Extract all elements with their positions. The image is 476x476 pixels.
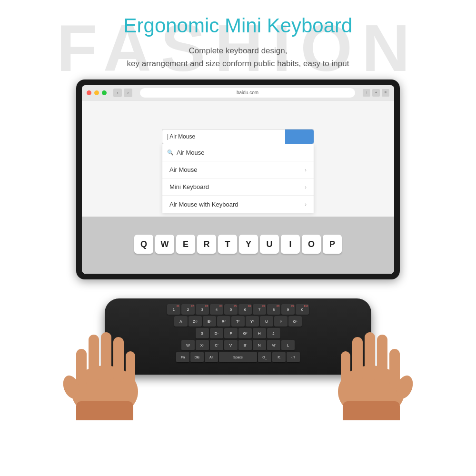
traffic-light-yellow[interactable] bbox=[94, 90, 99, 95]
phys-key-Space[interactable]: Space bbox=[219, 352, 257, 362]
main-title: Ergonomic Mini Keyboard bbox=[0, 14, 476, 37]
phys-key-Alt[interactable]: Alt bbox=[205, 352, 218, 362]
key-P[interactable]: P bbox=[323, 235, 342, 254]
phys-row-2: A Z@ E# R€ T€ Y¢ U Ià Oü bbox=[114, 316, 362, 327]
monitor-screen: ‹ › baidu.com ↑ + ≡ | bbox=[82, 85, 394, 274]
phys-key-L[interactable]: L bbox=[281, 340, 295, 350]
phys-key-6[interactable]: F66 bbox=[238, 304, 252, 315]
phys-key-8[interactable]: F88 bbox=[267, 304, 280, 315]
phys-key-4[interactable]: F44 bbox=[210, 304, 223, 315]
main-content: ‹ › baidu.com ↑ + ≡ | bbox=[0, 79, 476, 422]
key-O[interactable]: O bbox=[302, 235, 321, 254]
svg-rect-7 bbox=[76, 401, 133, 420]
svg-rect-5 bbox=[126, 351, 135, 387]
svg-rect-2 bbox=[89, 335, 99, 382]
phys-key-M[interactable]: M^ bbox=[267, 340, 280, 350]
browser-nav: ‹ › bbox=[113, 89, 132, 97]
phys-key-O-row2[interactable]: Oü bbox=[288, 316, 302, 327]
svg-rect-10 bbox=[377, 335, 387, 382]
dropdown-item-2[interactable]: Mini Keyboard › bbox=[162, 178, 314, 196]
share-icon[interactable]: ↑ bbox=[363, 89, 370, 97]
phys-key-B[interactable]: B' bbox=[238, 340, 252, 350]
phys-key-5[interactable]: F55 bbox=[224, 304, 238, 315]
search-blue-button[interactable] bbox=[285, 129, 314, 144]
monitor: ‹ › baidu.com ↑ + ≡ | bbox=[76, 79, 400, 279]
back-button[interactable]: ‹ bbox=[113, 89, 122, 97]
phys-key-A[interactable]: A bbox=[174, 316, 188, 327]
url-bar[interactable]: baidu.com bbox=[140, 88, 355, 98]
phys-key-3[interactable]: F33 bbox=[196, 304, 209, 315]
phys-row-5: Fn Dle Alt Space O_ P, -.? bbox=[114, 352, 362, 362]
key-W[interactable]: W bbox=[155, 235, 174, 254]
svg-rect-1 bbox=[76, 349, 87, 387]
phys-key-0[interactable]: F100 bbox=[296, 304, 309, 315]
dropdown-item-3[interactable]: Air Mouse with Keyboard › bbox=[162, 196, 314, 213]
phys-key-G[interactable]: G€ bbox=[238, 328, 252, 338]
phys-key-E[interactable]: E# bbox=[203, 316, 216, 327]
phys-key-X[interactable]: X> bbox=[196, 340, 209, 350]
onscreen-keyboard-row: Q W E R T Y U I O P bbox=[134, 235, 342, 254]
search-dropdown: 🔍 Air Mouse Air Mouse › Mini Keyboard › bbox=[162, 144, 314, 213]
subtitle-line2: key arrangement and size conform public … bbox=[127, 59, 349, 68]
phys-key-O_[interactable]: O_ bbox=[258, 352, 271, 362]
phys-key-J[interactable]: J, bbox=[267, 328, 280, 338]
key-Q[interactable]: Q bbox=[134, 235, 153, 254]
phys-key-W-row4[interactable]: W bbox=[181, 340, 195, 350]
phys-key-F[interactable]: F bbox=[224, 328, 238, 338]
dropdown-item-1[interactable]: Air Mouse › bbox=[162, 161, 314, 178]
phys-key-Y[interactable]: Y¢ bbox=[246, 316, 259, 327]
key-R[interactable]: R bbox=[197, 235, 216, 254]
bookmark-icon[interactable]: + bbox=[372, 89, 380, 97]
svg-rect-9 bbox=[389, 349, 400, 387]
svg-rect-15 bbox=[343, 401, 400, 420]
more-icon[interactable]: ≡ bbox=[382, 89, 389, 97]
subtitle-line1: Complete keyboard design, bbox=[189, 46, 288, 55]
phys-key-I[interactable]: Ià bbox=[274, 316, 288, 327]
onscreen-keyboard: Q W E R T Y U I O P bbox=[82, 217, 394, 274]
key-E[interactable]: E bbox=[176, 235, 195, 254]
browser-bar: ‹ › baidu.com ↑ + ≡ bbox=[82, 85, 394, 100]
dropdown-search-row: 🔍 Air Mouse bbox=[162, 144, 314, 161]
phys-key-dash[interactable]: -.? bbox=[287, 352, 300, 362]
key-T[interactable]: T bbox=[218, 235, 237, 254]
url-text: baidu.com bbox=[237, 90, 258, 95]
svg-rect-3 bbox=[101, 332, 111, 382]
phys-key-D[interactable]: D= bbox=[210, 328, 223, 338]
dropdown-item-1-label: Air Mouse bbox=[169, 166, 198, 173]
key-Y[interactable]: Y bbox=[239, 235, 258, 254]
svg-rect-11 bbox=[365, 332, 375, 382]
key-I[interactable]: I bbox=[281, 235, 300, 254]
search-text: Air Mouse bbox=[169, 133, 195, 140]
phys-key-U[interactable]: U bbox=[260, 316, 273, 327]
phys-key-1[interactable]: F11 bbox=[167, 304, 180, 315]
phys-key-Dle[interactable]: Dle bbox=[190, 352, 204, 362]
phys-key-S[interactable]: S bbox=[196, 328, 209, 338]
phys-key-T[interactable]: T€ bbox=[231, 316, 245, 327]
search-cursor: | bbox=[167, 133, 169, 140]
phys-key-Pcomma[interactable]: P, bbox=[272, 352, 286, 362]
browser-search-bar[interactable]: | Air Mouse bbox=[162, 129, 314, 144]
browser-content: | Air Mouse 🔍 Air Mouse Air Mouse › bbox=[82, 100, 394, 274]
phys-key-9[interactable]: F99 bbox=[281, 304, 295, 315]
phys-key-R[interactable]: R€ bbox=[217, 316, 230, 327]
phys-key-V[interactable]: V' bbox=[224, 340, 238, 350]
phys-row-1: F11 F22 F33 F44 F55 F66 F77 F88 F99 F100 bbox=[114, 304, 362, 315]
dropdown-item-3-label: Air Mouse with Keyboard bbox=[169, 201, 238, 208]
traffic-light-green[interactable] bbox=[102, 90, 107, 95]
phys-key-2[interactable]: F22 bbox=[181, 304, 195, 315]
hands-keyboard-section: F11 F22 F33 F44 F55 F66 F77 F88 F99 F100… bbox=[48, 270, 428, 422]
phys-key-7[interactable]: F77 bbox=[253, 304, 266, 315]
phys-key-H[interactable]: H bbox=[253, 328, 266, 338]
svg-rect-4 bbox=[113, 337, 124, 382]
phys-key-Z[interactable]: Z@ bbox=[188, 316, 202, 327]
phys-row-3: S D= F G€ H J, bbox=[114, 328, 362, 338]
subtitle: Complete keyboard design, key arrangemen… bbox=[0, 44, 476, 70]
browser-icons: ↑ + ≡ bbox=[363, 89, 389, 97]
phys-key-Fn[interactable]: Fn bbox=[176, 352, 189, 362]
phys-key-N[interactable]: N bbox=[253, 340, 266, 350]
forward-button[interactable]: › bbox=[124, 89, 132, 97]
key-U[interactable]: U bbox=[260, 235, 279, 254]
phys-key-C[interactable]: C" bbox=[210, 340, 223, 350]
traffic-light-red[interactable] bbox=[87, 90, 91, 95]
dropdown-item-2-label: Mini Keyboard bbox=[169, 183, 209, 190]
